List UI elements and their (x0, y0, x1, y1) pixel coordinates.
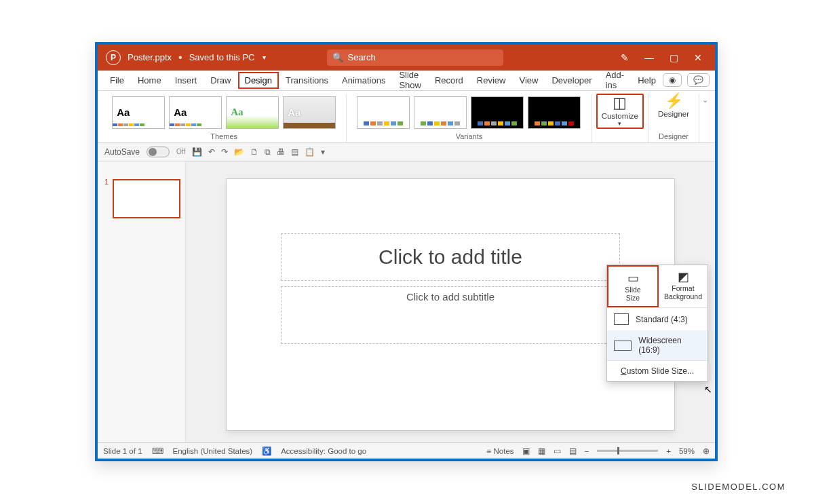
slideshow-view-icon[interactable]: ▤ (569, 446, 577, 456)
designer-icon: ⚡ (665, 94, 683, 109)
theme-tile[interactable]: Aa (169, 96, 222, 129)
record-indicator[interactable]: ◉ (663, 73, 682, 87)
slide-thumbnail[interactable] (113, 179, 180, 218)
slide-size-button[interactable]: ▭ Slide Size (607, 265, 659, 307)
format-background-button[interactable]: ◩ Format Background (659, 265, 708, 307)
slide-size-dropdown: ▭ Slide Size ◩ Format Background Standar… (606, 265, 708, 382)
preview-icon[interactable]: ▤ (291, 147, 298, 157)
minimize-button[interactable]: — (643, 52, 655, 63)
maximize-button[interactable]: ▢ (667, 52, 680, 63)
tab-design[interactable]: Design (238, 72, 279, 89)
aspect-43-icon (614, 313, 629, 325)
zoom-level[interactable]: 59% (679, 447, 695, 455)
group-designer: ⚡ Designer Designer (648, 94, 699, 142)
group-customize: ◫ Customize ▾ (592, 94, 648, 142)
theme-tile[interactable]: Aa (283, 96, 336, 129)
tab-view[interactable]: View (512, 72, 545, 89)
rehearse-icon[interactable]: ⧉ (265, 147, 271, 157)
ribbon-collapse-chevron[interactable]: ⌄ (699, 94, 711, 142)
search-input[interactable]: 🔍 Search (327, 50, 503, 66)
comments-button[interactable]: 💬 (687, 73, 710, 87)
share-button[interactable]: ⇪ ▾ (715, 68, 718, 92)
theme-tile[interactable]: Aa (226, 96, 279, 129)
tab-record[interactable]: Record (428, 72, 470, 89)
design-ideas-icon[interactable]: ✎ (619, 52, 631, 63)
undo-icon[interactable]: ↶ (208, 147, 215, 157)
zoom-out-button[interactable]: − (585, 447, 589, 455)
print-icon[interactable]: 🖶 (277, 147, 285, 157)
notes-button[interactable]: ≡ Notes (487, 447, 514, 455)
group-label-themes: Themes (210, 130, 237, 142)
variant-tile[interactable] (471, 96, 524, 129)
variant-tile[interactable] (357, 96, 410, 129)
tab-draw[interactable]: Draw (204, 72, 237, 89)
autosave-toggle[interactable] (147, 147, 170, 157)
tab-insert[interactable]: Insert (168, 72, 204, 89)
thumb-number: 1 (104, 178, 109, 186)
group-label-variants: Variants (456, 130, 483, 142)
customize-icon: ◫ (613, 96, 627, 111)
group-variants: Variants (347, 94, 592, 142)
tab-addins[interactable]: Add-ins (599, 66, 631, 94)
quick-access-toolbar: AutoSave Off 💾 ↶ ↷ 📂 🗋 ⧉ 🖶 ▤ 📋 ▾ (98, 143, 715, 162)
tab-home[interactable]: Home (131, 72, 168, 89)
variant-tile[interactable] (528, 96, 581, 129)
thumbnail-panel: 1 (98, 161, 186, 442)
sorter-view-icon[interactable]: ▦ (538, 446, 545, 456)
slide-size-icon: ▭ (627, 271, 639, 286)
group-themes: Aa Aa Aa Aa Themes (102, 94, 347, 142)
tab-animations[interactable]: Animations (335, 72, 392, 89)
aspect-169-icon (614, 341, 632, 351)
fit-window-icon[interactable]: ⊕ (703, 446, 710, 456)
redo-icon[interactable]: ↷ (221, 147, 228, 157)
text-tool-icon[interactable]: ⌨ (152, 446, 163, 456)
designer-label: Designer (658, 110, 689, 118)
accessibility-icon: ♿ (262, 446, 271, 456)
new-icon[interactable]: 🗋 (250, 147, 258, 157)
variant-tile[interactable] (414, 96, 467, 129)
autosave-label: AutoSave (104, 147, 140, 157)
subtitle-placeholder[interactable]: Click to add subtitle (281, 286, 620, 344)
chevron-down-icon[interactable]: ▾ (263, 54, 266, 61)
tab-slideshow[interactable]: Slide Show (392, 66, 428, 94)
custom-slide-size[interactable]: Custom Slide Size... (607, 360, 708, 381)
more-commands-icon[interactable]: ▾ (321, 147, 325, 157)
tab-review[interactable]: Review (470, 72, 513, 89)
title-placeholder[interactable]: Click to add title (281, 233, 620, 281)
open-icon[interactable]: 📂 (234, 147, 244, 157)
accessibility-status[interactable]: Accessibility: Good to go (281, 447, 366, 455)
mouse-cursor-icon: ↖ (704, 384, 712, 395)
save-icon[interactable]: 💾 (192, 147, 202, 157)
theme-tile[interactable]: Aa (112, 96, 165, 129)
slide-size-standard[interactable]: Standard (4:3) (607, 308, 708, 330)
search-placeholder: Search (347, 52, 375, 62)
zoom-slider[interactable] (597, 450, 658, 452)
save-status[interactable]: Saved to this PC (189, 52, 255, 62)
format-background-icon: ◩ (678, 269, 689, 284)
paste-icon[interactable]: 📋 (305, 147, 315, 157)
tab-file[interactable]: File (103, 72, 131, 89)
status-bar: Slide 1 of 1 ⌨ English (United States) ♿… (98, 442, 715, 459)
search-icon: 🔍 (332, 52, 343, 62)
slide-counter: Slide 1 of 1 (103, 447, 142, 455)
reading-view-icon[interactable]: ▭ (554, 446, 561, 456)
customize-button[interactable]: ◫ Customize ▾ (596, 94, 644, 129)
workspace: 1 Click to add title Click to add subtit… (98, 161, 715, 442)
tab-developer[interactable]: Developer (545, 72, 598, 89)
document-filename: Poster.pptx (128, 52, 172, 62)
designer-button[interactable]: ⚡ Designer (653, 94, 695, 118)
slide-size-widescreen[interactable]: Widescreen (16:9) (607, 330, 708, 360)
ribbon-tabs: File Home Insert Draw Design Transitions… (98, 71, 715, 91)
normal-view-icon[interactable]: ▣ (522, 446, 530, 456)
ribbon-design: Aa Aa Aa Aa Themes Variants ◫ Customize … (98, 91, 715, 143)
powerpoint-app-icon: P (106, 50, 121, 65)
language-status[interactable]: English (United States) (173, 447, 253, 455)
powerpoint-window: P Poster.pptx • Saved to this PC ▾ 🔍 Sea… (95, 42, 718, 461)
tab-transitions[interactable]: Transitions (279, 72, 335, 89)
attribution-watermark: SLIDEMODEL.COM (691, 482, 786, 492)
tab-help[interactable]: Help (631, 72, 663, 89)
autosave-state: Off (176, 148, 185, 155)
close-button[interactable]: ✕ (692, 52, 704, 63)
group-label-designer: Designer (659, 130, 689, 142)
zoom-in-button[interactable]: + (666, 447, 671, 455)
